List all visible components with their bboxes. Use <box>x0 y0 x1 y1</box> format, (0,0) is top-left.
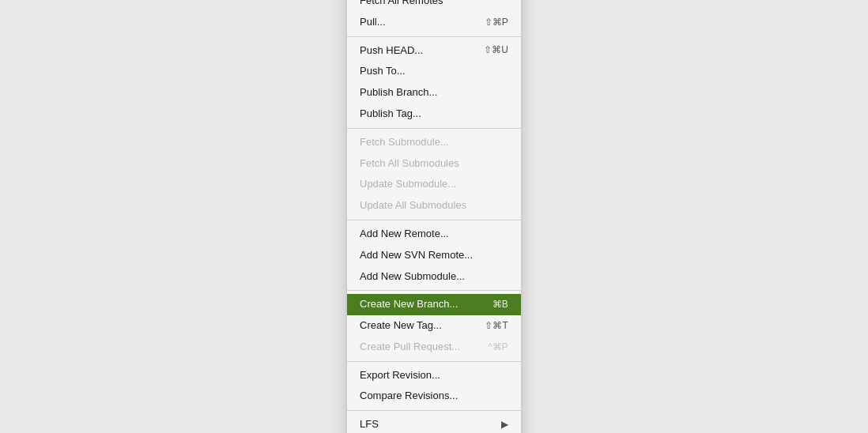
menu-item-label-add-new-svn-remote: Add New SVN Remote... <box>360 247 508 264</box>
menu-item-shortcut-pull: ⇧⌘P <box>485 15 508 30</box>
menu-item-pull[interactable]: Pull...⇧⌘P <box>347 12 521 33</box>
menu-separator <box>347 128 521 129</box>
menu-item-label-publish-tag: Publish Tag... <box>360 106 508 122</box>
menu-item-add-new-svn-remote[interactable]: Add New SVN Remote... <box>347 245 521 266</box>
menu-item-fetch-all-remotes[interactable]: Fetch All Remotes <box>347 0 521 12</box>
menu-item-push-to[interactable]: Push To... <box>347 61 521 82</box>
menu-item-create-new-branch[interactable]: Create New Branch...⌘B <box>347 294 521 315</box>
menu-item-label-create-new-branch: Create New Branch... <box>360 296 474 313</box>
menu-separator <box>347 410 521 411</box>
menu-item-publish-branch[interactable]: Publish Branch... <box>347 82 521 104</box>
menu-separator <box>347 361 521 362</box>
menu-item-label-export-revision: Export Revision... <box>360 367 508 384</box>
menu-separator <box>347 290 521 291</box>
context-menu: Fetch...⇧⌘FFetch All RemotesPull...⇧⌘PPu… <box>347 0 521 433</box>
menu-separator <box>347 220 521 220</box>
menu-item-fetch-submodule: Fetch Submodule... <box>347 132 521 153</box>
menu-item-label-fetch-all-remotes: Fetch All Remotes <box>360 0 508 9</box>
menu-item-label-add-new-submodule: Add New Submodule... <box>360 269 508 285</box>
menu-item-label-compare-revisions: Compare Revisions... <box>360 388 508 405</box>
menu-item-shortcut-create-pull-request: ^⌘P <box>488 340 508 355</box>
menu-item-export-revision[interactable]: Export Revision... <box>347 365 521 386</box>
menu-item-update-submodule: Update Submodule... <box>347 174 521 195</box>
menu-separator <box>347 36 521 37</box>
menu-item-shortcut-create-new-branch: ⌘B <box>492 297 508 312</box>
menu-item-add-new-remote[interactable]: Add New Remote... <box>347 224 521 245</box>
menu-item-label-fetch-all-submodules: Fetch All Submodules <box>360 156 508 172</box>
menu-item-create-pull-request: Create Pull Request...^⌘P <box>347 337 521 358</box>
menu-item-push-head[interactable]: Push HEAD...⇧⌘U <box>347 40 521 62</box>
menu-item-fetch-all-submodules: Fetch All Submodules <box>347 153 521 175</box>
menu-item-shortcut-lfs: ▶ <box>501 417 508 432</box>
menu-item-compare-revisions[interactable]: Compare Revisions... <box>347 386 521 407</box>
menu-item-shortcut-push-head: ⇧⌘U <box>484 43 508 58</box>
menu-item-label-fetch-submodule: Fetch Submodule... <box>360 134 508 151</box>
menu-item-create-new-tag[interactable]: Create New Tag...⇧⌘T <box>347 315 521 337</box>
menu-item-label-add-new-remote: Add New Remote... <box>360 226 508 243</box>
menu-item-label-push-head: Push HEAD... <box>360 43 465 59</box>
menu-item-label-publish-branch: Publish Branch... <box>360 85 508 101</box>
menu-item-add-new-submodule[interactable]: Add New Submodule... <box>347 266 521 288</box>
menu-item-lfs[interactable]: LFS▶ <box>347 414 521 433</box>
menu-item-shortcut-create-new-tag: ⇧⌘T <box>485 318 508 333</box>
menu-item-update-all-submodules: Update All Submodules <box>347 195 521 216</box>
menu-item-label-push-to: Push To... <box>360 63 508 80</box>
menu-item-label-create-new-tag: Create New Tag... <box>360 318 466 334</box>
menu-item-publish-tag[interactable]: Publish Tag... <box>347 104 521 125</box>
menu-item-label-pull: Pull... <box>360 14 466 31</box>
menu-item-label-lfs: LFS <box>360 416 482 433</box>
menu-item-label-update-all-submodules: Update All Submodules <box>360 198 508 214</box>
menu-item-label-create-pull-request: Create Pull Request... <box>360 339 469 356</box>
menu-item-label-update-submodule: Update Submodule... <box>360 176 508 193</box>
